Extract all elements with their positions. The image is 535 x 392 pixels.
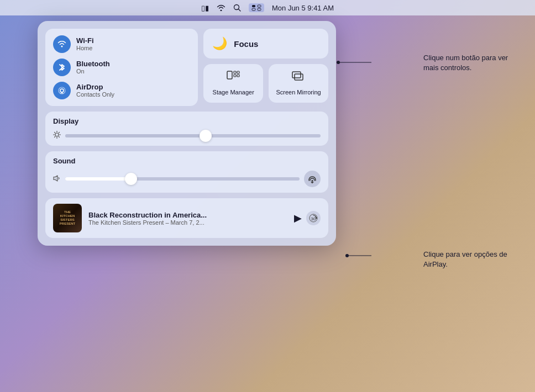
svg-rect-4: [252, 8, 255, 10]
screen-mirroring-icon: [292, 71, 305, 85]
svg-marker-28: [311, 182, 314, 184]
airdrop-sub: Contacts Only: [76, 91, 114, 98]
screen-mirroring-button[interactable]: Screen Mirroring: [269, 64, 328, 103]
bluetooth-name: Bluetooth: [76, 60, 110, 68]
bluetooth-sub: On: [76, 68, 110, 75]
airdrop-icon: [53, 82, 71, 99]
focus-button[interactable]: 🌙 Focus: [203, 29, 328, 59]
control-center-panel: Wi-Fi Home Bluetooth On: [38, 21, 336, 246]
volume-track[interactable]: [65, 177, 300, 181]
np-title: Black Reconstruction in America...: [88, 211, 287, 219]
volume-low-icon: [53, 174, 61, 184]
svg-rect-11: [234, 71, 236, 73]
annotation-bottom-text: Clique para ver opções de AirPlay.: [423, 250, 512, 269]
cc-right-col: 🌙 Focus Stage Manager: [203, 29, 328, 106]
volume-slider-row: [53, 171, 321, 187]
airplay-button[interactable]: [304, 171, 321, 187]
wifi-menubar-icon: [217, 4, 225, 11]
np-play-button[interactable]: ▶: [294, 212, 302, 224]
display-section: Display: [45, 112, 328, 146]
svg-rect-13: [237, 71, 239, 73]
album-art-inner: THEKITCHENSISTERSPRESENT: [53, 204, 82, 232]
volume-thumb[interactable]: [125, 173, 137, 185]
svg-point-27: [312, 180, 313, 182]
wifi-sub: Home: [76, 45, 94, 52]
airdrop-text: AirDrop Contacts Only: [76, 83, 114, 99]
wifi-icon: [53, 35, 71, 53]
annotation-top: Clique num botão para ver mais controlos…: [423, 53, 512, 73]
svg-text:30: 30: [311, 216, 316, 221]
airdrop-name: AirDrop: [76, 83, 114, 92]
connectivity-block: Wi-Fi Home Bluetooth On: [45, 29, 198, 106]
sm-row: Stage Manager Screen Mirroring: [203, 64, 328, 103]
svg-rect-5: [258, 8, 261, 10]
svg-rect-14: [237, 75, 239, 77]
svg-rect-12: [234, 75, 236, 77]
np-subtitle: The Kitchen Sisters Present – March 7, 2…: [88, 219, 287, 226]
focus-label: Focus: [234, 39, 258, 49]
np-info: Black Reconstruction in America... The K…: [88, 211, 287, 226]
menubar: ▯▮ Mon Jun 5 9:41 AM: [0, 0, 535, 15]
wifi-text: Wi-Fi Home: [76, 36, 94, 52]
menubar-datetime: Mon Jun 5 9:41 AM: [272, 4, 334, 12]
bluetooth-item[interactable]: Bluetooth On: [53, 57, 190, 77]
wifi-item[interactable]: Wi-Fi Home: [53, 34, 190, 54]
stage-manager-label: Stage Manager: [213, 88, 254, 96]
svg-point-6: [60, 89, 64, 92]
album-art-text: THEKITCHENSISTERSPRESENT: [60, 210, 75, 226]
svg-rect-15: [292, 72, 301, 78]
album-art: THEKITCHENSISTERSPRESENT: [53, 204, 82, 232]
stage-manager-button[interactable]: Stage Manager: [203, 64, 263, 103]
svg-line-22: [55, 133, 55, 133]
svg-point-7: [59, 87, 65, 94]
display-label: Display: [53, 117, 321, 125]
battery-icon: ▯▮: [201, 4, 209, 12]
svg-rect-10: [227, 71, 232, 79]
annotation-top-text: Clique num botão para ver mais controlos…: [423, 53, 512, 73]
annotation-bottom: Clique para ver opções de AirPlay.: [423, 250, 512, 269]
volume-fill: [65, 177, 131, 181]
svg-marker-26: [54, 176, 57, 181]
svg-rect-3: [258, 5, 261, 7]
svg-line-23: [59, 136, 59, 137]
sound-label: Sound: [53, 157, 321, 165]
brightness-thumb[interactable]: [200, 130, 212, 142]
bluetooth-icon: [53, 59, 71, 76]
svg-line-25: [55, 136, 55, 137]
brightness-slider-row: [53, 131, 321, 140]
cc-top-row: Wi-Fi Home Bluetooth On: [45, 29, 328, 106]
brightness-fill: [65, 134, 206, 137]
svg-line-24: [59, 133, 59, 133]
airdrop-item[interactable]: AirDrop Contacts Only: [53, 81, 190, 100]
np-skip-button[interactable]: 30: [306, 211, 321, 225]
screen-mirroring-label: Screen Mirroring: [276, 88, 321, 96]
sound-section: Sound: [45, 151, 328, 193]
svg-line-1: [238, 9, 240, 12]
control-center-menubar-icon[interactable]: [249, 3, 264, 12]
svg-rect-2: [252, 5, 255, 7]
svg-point-33: [337, 61, 340, 64]
stage-manager-icon: [227, 71, 240, 85]
brightness-low-icon: [53, 131, 61, 140]
focus-moon-icon: 🌙: [212, 36, 227, 51]
np-controls: ▶ 30: [294, 211, 321, 225]
bluetooth-text: Bluetooth On: [76, 60, 110, 76]
brightness-track[interactable]: [65, 134, 321, 137]
svg-point-35: [345, 254, 349, 257]
search-menubar-icon[interactable]: [233, 4, 241, 12]
svg-point-17: [55, 133, 59, 136]
wifi-name: Wi-Fi: [76, 36, 94, 45]
svg-rect-16: [295, 74, 303, 80]
now-playing-section: THEKITCHENSISTERSPRESENT Black Reconstru…: [45, 198, 328, 238]
